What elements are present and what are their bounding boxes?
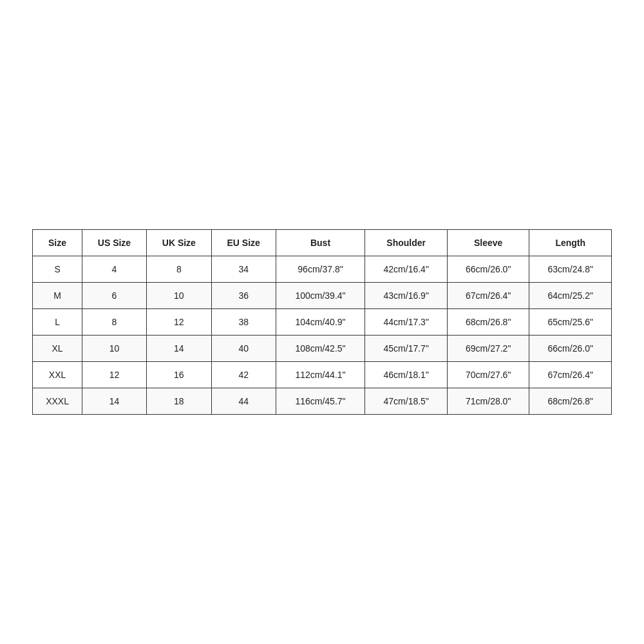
cell-shoulder: 43cm/16.9"	[365, 283, 448, 309]
cell-length: 68cm/26.8"	[529, 388, 612, 415]
cell-size: S	[33, 256, 82, 283]
header-sleeve: Sleeve	[447, 230, 529, 256]
cell-size: XXL	[33, 362, 82, 388]
header-uk-size: UK Size	[146, 230, 211, 256]
cell-shoulder: 42cm/16.4"	[365, 256, 448, 283]
cell-eu_size: 42	[211, 362, 276, 388]
cell-sleeve: 71cm/28.0"	[447, 388, 529, 415]
cell-eu_size: 40	[211, 336, 276, 362]
cell-us_size: 6	[82, 283, 147, 309]
header-us-size: US Size	[82, 230, 147, 256]
cell-length: 65cm/25.6"	[529, 309, 612, 336]
cell-bust: 112cm/44.1"	[276, 362, 365, 388]
cell-bust: 96cm/37.8"	[276, 256, 365, 283]
cell-size: M	[33, 283, 82, 309]
cell-shoulder: 47cm/18.5"	[365, 388, 448, 415]
cell-uk_size: 14	[146, 336, 211, 362]
header-length: Length	[529, 230, 612, 256]
header-bust: Bust	[276, 230, 365, 256]
cell-shoulder: 44cm/17.3"	[365, 309, 448, 336]
table-row: S483496cm/37.8"42cm/16.4"66cm/26.0"63cm/…	[33, 256, 612, 283]
cell-sleeve: 68cm/26.8"	[447, 309, 529, 336]
size-chart-table: Size US Size UK Size EU Size Bust Should…	[32, 229, 612, 415]
cell-eu_size: 36	[211, 283, 276, 309]
cell-bust: 100cm/39.4"	[276, 283, 365, 309]
cell-size: XL	[33, 336, 82, 362]
table-row: M61036100cm/39.4"43cm/16.9"67cm/26.4"64c…	[33, 283, 612, 309]
cell-us_size: 10	[82, 336, 147, 362]
cell-bust: 116cm/45.7"	[276, 388, 365, 415]
table-header-row: Size US Size UK Size EU Size Bust Should…	[33, 230, 612, 256]
table-row: XXL121642112cm/44.1"46cm/18.1"70cm/27.6"…	[33, 362, 612, 388]
cell-shoulder: 45cm/17.7"	[365, 336, 448, 362]
cell-us_size: 14	[82, 388, 147, 415]
header-shoulder: Shoulder	[365, 230, 448, 256]
cell-length: 67cm/26.4"	[529, 362, 612, 388]
cell-sleeve: 66cm/26.0"	[447, 256, 529, 283]
cell-us_size: 8	[82, 309, 147, 336]
table-row: L81238104cm/40.9"44cm/17.3"68cm/26.8"65c…	[33, 309, 612, 336]
cell-eu_size: 44	[211, 388, 276, 415]
size-chart-container: Size US Size UK Size EU Size Bust Should…	[32, 229, 612, 415]
header-size: Size	[33, 230, 82, 256]
cell-shoulder: 46cm/18.1"	[365, 362, 448, 388]
table-row: XXXL141844116cm/45.7"47cm/18.5"71cm/28.0…	[33, 388, 612, 415]
cell-length: 66cm/26.0"	[529, 336, 612, 362]
table-row: XL101440108cm/42.5"45cm/17.7"69cm/27.2"6…	[33, 336, 612, 362]
cell-eu_size: 38	[211, 309, 276, 336]
cell-size: L	[33, 309, 82, 336]
cell-size: XXXL	[33, 388, 82, 415]
cell-eu_size: 34	[211, 256, 276, 283]
cell-uk_size: 10	[146, 283, 211, 309]
cell-length: 64cm/25.2"	[529, 283, 612, 309]
cell-bust: 108cm/42.5"	[276, 336, 365, 362]
cell-uk_size: 16	[146, 362, 211, 388]
cell-sleeve: 70cm/27.6"	[447, 362, 529, 388]
cell-uk_size: 8	[146, 256, 211, 283]
cell-bust: 104cm/40.9"	[276, 309, 365, 336]
cell-us_size: 4	[82, 256, 147, 283]
header-eu-size: EU Size	[211, 230, 276, 256]
cell-us_size: 12	[82, 362, 147, 388]
cell-uk_size: 18	[146, 388, 211, 415]
cell-uk_size: 12	[146, 309, 211, 336]
cell-sleeve: 67cm/26.4"	[447, 283, 529, 309]
cell-sleeve: 69cm/27.2"	[447, 336, 529, 362]
cell-length: 63cm/24.8"	[529, 256, 612, 283]
